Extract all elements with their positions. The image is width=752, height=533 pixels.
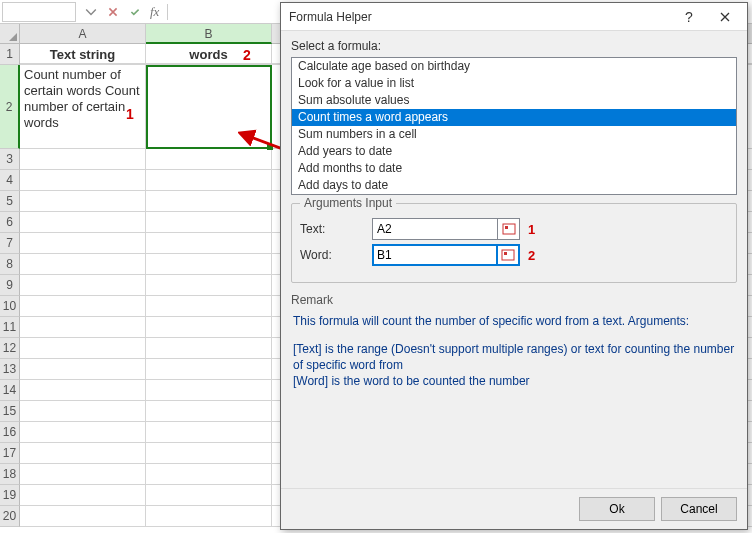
range-picker-icon[interactable] — [498, 244, 520, 266]
word-arg-label: Word: — [300, 248, 372, 262]
cell-empty[interactable] — [20, 443, 146, 464]
row-header[interactable]: 4 — [0, 170, 20, 191]
list-item[interactable]: Add days to date — [292, 177, 736, 194]
annotation-arg2: 2 — [528, 248, 535, 263]
cell-empty[interactable] — [20, 317, 146, 338]
cell-empty[interactable] — [146, 254, 272, 275]
cell-B2[interactable] — [146, 65, 272, 149]
list-item[interactable]: Add years to date — [292, 143, 736, 160]
row-header[interactable]: 15 — [0, 401, 20, 422]
row-header[interactable]: 19 — [0, 485, 20, 506]
svg-rect-3 — [502, 250, 514, 260]
cell-empty[interactable] — [146, 233, 272, 254]
cell-empty[interactable] — [20, 233, 146, 254]
cell-empty[interactable] — [146, 401, 272, 422]
name-box[interactable] — [2, 2, 76, 22]
cell-empty[interactable] — [20, 401, 146, 422]
cell-empty[interactable] — [20, 170, 146, 191]
cell-empty[interactable] — [20, 212, 146, 233]
cell-empty[interactable] — [146, 485, 272, 506]
row-header[interactable]: 3 — [0, 149, 20, 170]
cell-empty[interactable] — [20, 149, 146, 170]
remark-text: This formula will count the number of sp… — [293, 313, 735, 329]
list-item[interactable]: Sum numbers in a cell — [292, 126, 736, 143]
row-header[interactable]: 7 — [0, 233, 20, 254]
row-header[interactable]: 18 — [0, 464, 20, 485]
list-item[interactable]: Look for a value in list — [292, 75, 736, 92]
confirm-icon[interactable] — [126, 3, 144, 21]
row-header[interactable]: 5 — [0, 191, 20, 212]
row-header[interactable]: 17 — [0, 443, 20, 464]
cell-empty[interactable] — [20, 485, 146, 506]
text-arg-label: Text: — [300, 222, 372, 236]
cell-empty[interactable] — [20, 338, 146, 359]
cell-empty[interactable] — [146, 443, 272, 464]
cell-empty[interactable] — [146, 359, 272, 380]
cell-empty[interactable] — [20, 254, 146, 275]
cell-empty[interactable] — [20, 296, 146, 317]
row-header[interactable]: 16 — [0, 422, 20, 443]
list-item[interactable]: Add hours to date — [292, 194, 736, 195]
cell-empty[interactable] — [146, 506, 272, 527]
cell-empty[interactable] — [20, 464, 146, 485]
select-formula-label: Select a formula: — [291, 39, 737, 53]
remark-title: Remark — [291, 293, 737, 307]
cell-empty[interactable] — [20, 191, 146, 212]
row-header[interactable]: 2 — [0, 65, 20, 149]
fx-icon[interactable]: fx — [150, 4, 159, 20]
cell-empty[interactable] — [20, 359, 146, 380]
svg-rect-4 — [504, 252, 507, 255]
text-arg-input[interactable] — [372, 218, 498, 240]
cell-A1[interactable]: Text string — [20, 44, 146, 64]
col-header[interactable]: B — [146, 24, 272, 44]
dialog-title: Formula Helper — [289, 10, 671, 24]
cell-A2[interactable]: Count number of certain words Count numb… — [20, 65, 146, 149]
cell-empty[interactable] — [20, 506, 146, 527]
col-header[interactable]: A — [20, 24, 146, 44]
cell-empty[interactable] — [146, 422, 272, 443]
cell-empty[interactable] — [146, 191, 272, 212]
cell-empty[interactable] — [146, 170, 272, 191]
row-header[interactable]: 6 — [0, 212, 20, 233]
list-item[interactable]: Sum absolute values — [292, 92, 736, 109]
cell-empty[interactable] — [20, 380, 146, 401]
help-button[interactable]: ? — [671, 5, 707, 29]
row-header[interactable]: 8 — [0, 254, 20, 275]
row-header[interactable]: 11 — [0, 317, 20, 338]
list-item[interactable]: Count times a word appears — [292, 109, 736, 126]
row-header[interactable]: 20 — [0, 506, 20, 527]
list-item[interactable]: Calculate age based on birthday — [292, 58, 736, 75]
cancel-icon[interactable] — [104, 3, 122, 21]
list-item[interactable]: Add months to date — [292, 160, 736, 177]
dropdown-icon[interactable] — [82, 3, 100, 21]
cancel-button[interactable]: Cancel — [661, 497, 737, 521]
remark-text: [Word] is the word to be counted the num… — [293, 373, 735, 389]
cell-empty[interactable] — [146, 296, 272, 317]
row-header[interactable]: 12 — [0, 338, 20, 359]
remark-section: Remark This formula will count the numbe… — [291, 293, 737, 389]
arguments-title: Arguments Input — [300, 196, 396, 210]
cell-empty[interactable] — [146, 338, 272, 359]
cell-empty[interactable] — [146, 275, 272, 296]
word-arg-input[interactable] — [372, 244, 498, 266]
row-header[interactable]: 14 — [0, 380, 20, 401]
cell-B1[interactable]: words — [146, 44, 272, 64]
select-all-corner[interactable] — [0, 24, 20, 44]
formula-listbox[interactable]: Calculate age based on birthday Look for… — [291, 57, 737, 195]
ok-button[interactable]: Ok — [579, 497, 655, 521]
cell-empty[interactable] — [146, 212, 272, 233]
row-header[interactable]: 10 — [0, 296, 20, 317]
row-header[interactable]: 13 — [0, 359, 20, 380]
cell-empty[interactable] — [146, 464, 272, 485]
cell-empty[interactable] — [20, 275, 146, 296]
row-header[interactable]: 9 — [0, 275, 20, 296]
row-header[interactable]: 1 — [0, 44, 20, 65]
close-button[interactable] — [707, 5, 743, 29]
range-picker-icon[interactable] — [498, 218, 520, 240]
cell-empty[interactable] — [20, 422, 146, 443]
dialog-titlebar[interactable]: Formula Helper ? — [281, 3, 747, 31]
cell-empty[interactable] — [146, 380, 272, 401]
arguments-group: Arguments Input Text: 1 Word: — [291, 203, 737, 283]
cell-empty[interactable] — [146, 149, 272, 170]
cell-empty[interactable] — [146, 317, 272, 338]
